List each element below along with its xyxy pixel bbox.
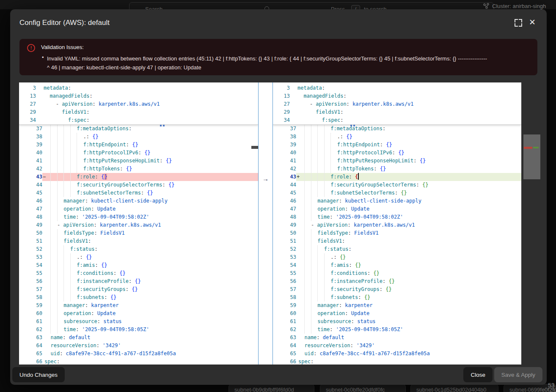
code-line[interactable]: 37f:metadataOptions:: [19, 125, 258, 133]
code-line[interactable]: 46manager: kubectl-client-side-apply: [19, 197, 258, 205]
code-line[interactable]: 52f:status:: [273, 245, 521, 253]
code-line[interactable]: 62time: '2025-09-04T09:58:05Z': [19, 326, 258, 334]
code-token: :: [162, 182, 168, 188]
diff-editor-original-pane[interactable]: 3metadata:13 managedFields:27 - apiVersi…: [19, 82, 258, 365]
code-line[interactable]: 53.: {}: [273, 253, 521, 261]
code-line[interactable]: 34 f:spec:: [19, 116, 258, 124]
fullscreen-icon[interactable]: [515, 19, 522, 27]
line-number: 49: [273, 221, 296, 229]
code-line[interactable]: 3metadata:: [273, 84, 521, 92]
indent-guide: [50, 237, 57, 245]
code-line[interactable]: 51fieldsV1:: [19, 237, 258, 245]
code-line[interactable]: 59manager: karpenter: [19, 302, 258, 310]
close-button[interactable]: Close: [463, 367, 493, 382]
code-line[interactable]: 40f:httpProtocolIPv6: {}: [19, 149, 258, 157]
code-line[interactable]: 27 - apiVersion: karpenter.k8s.aws/v1: [19, 100, 258, 108]
code-line[interactable]: 62time: '2025-09-04T09:58:05Z': [273, 326, 521, 334]
close-icon[interactable]: ✕: [529, 18, 536, 27]
diff-editor-sash[interactable]: →: [258, 82, 273, 365]
save-apply-button[interactable]: Save & Apply: [494, 367, 542, 382]
code-token: {}: [147, 190, 153, 196]
code-line[interactable]: 54f:amis: {}: [19, 261, 258, 269]
indent-guide: [304, 173, 311, 181]
code-line[interactable]: 40f:httpProtocolIPv6: {}: [273, 149, 521, 157]
code-line[interactable]: 58f:subnets: {}: [273, 293, 521, 302]
code-line[interactable]: 63name: default: [273, 334, 521, 342]
code-line[interactable]: 27 - apiVersion: karpenter.k8s.aws/v1: [273, 100, 521, 108]
code-line[interactable]: 57f:securityGroups: {}: [273, 285, 521, 293]
code-line[interactable]: 59manager: karpenter: [273, 302, 521, 310]
code-line[interactable]: 45f:subnetSelectorTerms: {}: [273, 189, 521, 197]
code-line[interactable]: 66spec:: [19, 358, 258, 365]
code-line[interactable]: 47operation: Update: [273, 205, 521, 213]
code-line[interactable]: 42f:httpTokens: {}: [273, 165, 521, 173]
code-line[interactable]: 51fieldsV1:: [273, 237, 521, 245]
code-line[interactable]: 61subresource: status: [19, 318, 258, 326]
code-line[interactable]: 65uid: c8afe97e-38cc-4f91-a767-d15f2a8fe…: [19, 350, 258, 358]
code-line[interactable]: 55f:conditions: {}: [273, 269, 521, 277]
code-line[interactable]: 54f:amis: {}: [273, 261, 521, 269]
code-line[interactable]: 41f:httpPutResponseHopLimit: {}: [19, 157, 258, 165]
collapsed-unchanged-region[interactable]: 3metadata:13 managedFields:27 - apiVersi…: [273, 82, 521, 125]
code-line[interactable]: 58f:subnets: {}: [19, 293, 258, 302]
code-line[interactable]: 39f:httpEndpoint: {}: [19, 141, 258, 149]
code-line[interactable]: 49- apiVersion: karpenter.k8s.aws/v1: [273, 221, 521, 229]
code-token: f:httpTokens: [337, 166, 374, 172]
code-line[interactable]: 52f:status:: [19, 245, 258, 253]
code-line[interactable]: 38.: {}: [19, 133, 258, 141]
collapsed-unchanged-region[interactable]: 3metadata:13 managedFields:27 - apiVersi…: [19, 82, 258, 125]
minimap-slider[interactable]: [523, 134, 540, 179]
indent-guide: [298, 181, 304, 189]
code-token: :: [351, 318, 357, 324]
indent-guide: [317, 173, 324, 181]
code-line[interactable]: 34 f:spec:: [273, 116, 521, 124]
code-line[interactable]: 37f:metadataOptions:: [273, 125, 521, 133]
code-line[interactable]: 3metadata:: [19, 84, 258, 92]
indent-guide: [63, 149, 70, 157]
code-token: :: [138, 150, 144, 156]
code-line[interactable]: 47operation: Update: [19, 205, 258, 213]
code-line[interactable]: 13 managedFields:: [19, 92, 258, 100]
code-token: '3429': [356, 343, 374, 348]
code-text: f:subnets: {}: [296, 293, 521, 302]
code-line[interactable]: 29 fieldsV1:: [19, 108, 258, 116]
indent-guide: [44, 229, 50, 237]
code-line[interactable]: 29 fieldsV1:: [273, 108, 521, 116]
code-line[interactable]: 65uid: c8afe97e-38cc-4f91-a767-d15f2a8fe…: [273, 350, 521, 358]
code-line[interactable]: 43−f:role: {}: [19, 173, 258, 181]
code-line[interactable]: 39f:httpEndpoint: {}: [273, 141, 521, 149]
code-line[interactable]: 49- apiVersion: karpenter.k8s.aws/v1: [19, 221, 258, 229]
code-line[interactable]: 46manager: kubectl-client-side-apply: [273, 197, 521, 205]
code-line[interactable]: 42f:httpTokens: {}: [19, 165, 258, 173]
code-line[interactable]: 41f:httpPutResponseHopLimit: {}: [273, 157, 521, 165]
code-line[interactable]: 45f:subnetSelectorTerms: {}: [19, 189, 258, 197]
code-line[interactable]: 56f:instanceProfile: {}: [273, 277, 521, 285]
code-line[interactable]: 57f:securityGroups: {}: [19, 285, 258, 293]
code-line[interactable]: 60operation: Update: [19, 310, 258, 318]
code-line[interactable]: 61subresource: status: [273, 318, 521, 326]
code-line[interactable]: 64resourceVersion: '3429': [273, 342, 521, 350]
diff-editor-modified-pane[interactable]: 3metadata:13 managedFields:27 - apiVersi…: [273, 82, 521, 365]
undo-changes-button[interactable]: Undo Changes: [12, 367, 65, 382]
revert-arrow-icon[interactable]: →: [259, 175, 272, 182]
code-token: .:: [77, 254, 86, 260]
code-line[interactable]: 56f:instanceProfile: {}: [19, 277, 258, 285]
code-line[interactable]: 43+f:role: {: [273, 173, 521, 181]
code-line[interactable]: 13 managedFields:: [273, 92, 521, 100]
code-line[interactable]: 38.: {}: [273, 133, 521, 141]
code-line[interactable]: 44f:securityGroupSelectorTerms: {}: [19, 181, 258, 189]
code-line[interactable]: 50fieldsType: FieldsV1: [19, 229, 258, 237]
code-line[interactable]: 50fieldsType: FieldsV1: [273, 229, 521, 237]
code-line[interactable]: 66spec:: [273, 358, 521, 365]
code-line[interactable]: 64resourceVersion: '3429': [19, 342, 258, 350]
code-line[interactable]: 48time: '2025-09-04T09:58:02Z': [273, 213, 521, 221]
code-line[interactable]: 44f:securityGroupSelectorTerms: {}: [273, 181, 521, 189]
code-line[interactable]: 60operation: Update: [273, 310, 521, 318]
code-line[interactable]: 48time: '2025-09-04T09:58:02Z': [19, 213, 258, 221]
code-line[interactable]: 53.: {}: [19, 253, 258, 261]
diff-change-mark: −: [43, 173, 46, 181]
code-token: :: [342, 238, 345, 244]
code-line[interactable]: 63name: default: [19, 334, 258, 342]
code-line[interactable]: 55f:conditions: {}: [19, 269, 258, 277]
indent-guide: [311, 261, 317, 269]
